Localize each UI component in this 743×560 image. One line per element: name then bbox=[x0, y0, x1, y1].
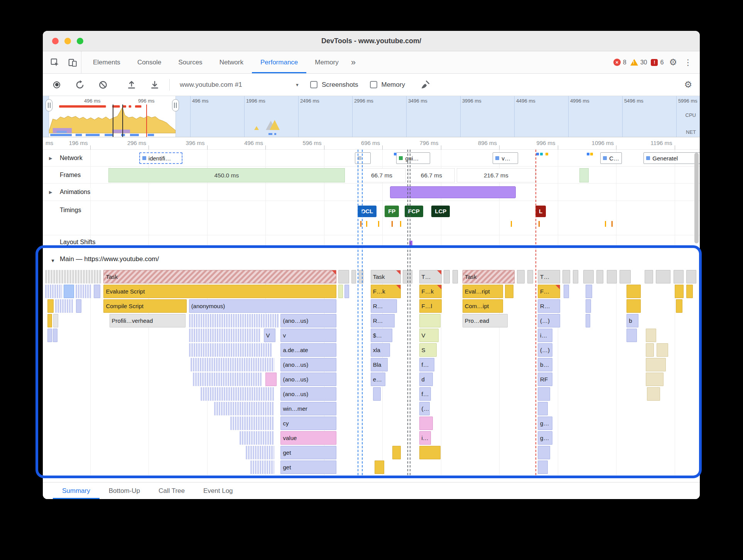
flame-bar[interactable] bbox=[351, 270, 356, 283]
frame-duration-bar[interactable]: 66.7 ms bbox=[358, 168, 405, 182]
flame-bar[interactable]: e… bbox=[371, 373, 385, 386]
flame-bar[interactable] bbox=[64, 285, 74, 298]
flame-bar[interactable] bbox=[564, 285, 569, 298]
save-profile-button[interactable] bbox=[146, 77, 163, 93]
expand-network-icon[interactable]: ▶ bbox=[49, 155, 52, 160]
expand-animations-icon[interactable]: ▶ bbox=[49, 190, 52, 195]
frame-duration-bar[interactable]: 66.7 ms bbox=[408, 168, 455, 182]
flame-bar[interactable] bbox=[586, 299, 591, 313]
screenshots-checkbox-box[interactable] bbox=[310, 81, 317, 88]
flame-bar[interactable] bbox=[47, 329, 52, 342]
frame-duration-bar[interactable]: 450.0 ms bbox=[108, 168, 345, 182]
flame-bar[interactable]: R… bbox=[371, 299, 397, 313]
issues-badge[interactable]: ! 6 bbox=[651, 59, 664, 66]
flame-bar[interactable] bbox=[453, 270, 458, 283]
network-request[interactable]: Generatel bbox=[643, 152, 700, 164]
flame-bar[interactable]: Profili…verhead bbox=[110, 314, 186, 327]
flame-bar[interactable] bbox=[392, 446, 401, 459]
flame-bar[interactable]: R… bbox=[371, 314, 395, 327]
flame-bar[interactable] bbox=[583, 270, 593, 283]
flame-bar[interactable] bbox=[646, 343, 654, 357]
flame-bar[interactable]: (ano…us) bbox=[280, 373, 336, 386]
bottom-tab-call-tree[interactable]: Call Tree bbox=[149, 482, 194, 499]
screenshots-checkbox[interactable]: Screenshots bbox=[310, 81, 358, 89]
flame-bar[interactable] bbox=[596, 270, 604, 283]
flame-bar[interactable] bbox=[646, 373, 664, 386]
flame-bar[interactable] bbox=[375, 460, 384, 474]
flame-bar[interactable]: R… bbox=[538, 299, 560, 313]
flame-bar[interactable]: get bbox=[280, 460, 336, 474]
flame-bar[interactable] bbox=[419, 417, 433, 430]
tab-elements[interactable]: Elements bbox=[84, 51, 129, 73]
tab-network[interactable]: Network bbox=[211, 51, 252, 73]
flame-bar[interactable]: Evaluate Script bbox=[103, 285, 336, 298]
network-track[interactable]: ▶ Network identifi…gui…v…C…Generatel bbox=[43, 150, 700, 167]
flame-bar[interactable] bbox=[646, 329, 656, 342]
flame-bar[interactable]: Compile Script bbox=[103, 299, 187, 313]
flame-bar[interactable] bbox=[656, 270, 670, 283]
memory-checkbox-box[interactable] bbox=[370, 81, 377, 88]
flame-bar[interactable] bbox=[230, 417, 274, 430]
flame-bar[interactable] bbox=[626, 285, 641, 298]
console-warnings-badge[interactable]: ! 30 bbox=[630, 59, 647, 66]
flame-bar[interactable] bbox=[55, 299, 73, 313]
flame-bar[interactable] bbox=[675, 285, 684, 298]
flame-bar[interactable] bbox=[626, 329, 637, 342]
flame-bar[interactable] bbox=[47, 314, 52, 327]
flame-bar[interactable] bbox=[573, 270, 578, 283]
flame-bar[interactable] bbox=[676, 299, 682, 313]
flame-bar[interactable] bbox=[373, 387, 381, 401]
network-request[interactable]: identifi… bbox=[139, 152, 182, 164]
flame-bar[interactable]: g… bbox=[538, 417, 552, 430]
clear-recording-button[interactable] bbox=[95, 77, 111, 93]
flame-bar[interactable] bbox=[338, 285, 343, 298]
flame-bar[interactable] bbox=[240, 431, 274, 445]
flame-bar[interactable] bbox=[626, 299, 641, 313]
flame-bar[interactable]: $… bbox=[371, 329, 393, 342]
flame-bar[interactable] bbox=[193, 373, 262, 386]
flame-bar[interactable] bbox=[201, 387, 274, 401]
flame-bar[interactable]: F…k bbox=[371, 285, 401, 298]
reload-and-record-button[interactable] bbox=[71, 77, 88, 93]
main-thread-header[interactable]: ▼ Main — https://www.youtube.com/ bbox=[43, 246, 700, 270]
flame-bar[interactable] bbox=[538, 460, 548, 474]
flame-bar[interactable] bbox=[189, 314, 279, 327]
tab-memory[interactable]: Memory bbox=[306, 51, 347, 73]
flame-bar[interactable]: Com…ipt bbox=[463, 299, 503, 313]
selection-handle-right[interactable] bbox=[172, 99, 179, 111]
flame-bar[interactable]: V bbox=[419, 329, 439, 342]
flame-bar[interactable] bbox=[189, 329, 260, 342]
flame-bar[interactable]: (…) bbox=[538, 343, 552, 357]
inspect-element-icon[interactable] bbox=[46, 51, 64, 73]
flame-bar[interactable]: g… bbox=[538, 431, 552, 445]
flame-bar[interactable]: (…) bbox=[538, 314, 560, 327]
collapse-main-icon[interactable]: ▼ bbox=[51, 258, 55, 263]
flame-bar[interactable]: a.de…ate bbox=[280, 343, 336, 357]
flame-bar[interactable] bbox=[419, 446, 441, 459]
flame-bar[interactable] bbox=[674, 270, 684, 283]
collect-garbage-icon[interactable] bbox=[417, 77, 434, 93]
flame-bar[interactable] bbox=[517, 270, 525, 283]
flame-bar[interactable] bbox=[646, 358, 666, 371]
minimize-window-button[interactable] bbox=[64, 38, 71, 44]
flame-bar[interactable] bbox=[76, 299, 81, 313]
flame-bar[interactable] bbox=[527, 270, 534, 283]
flame-bar[interactable]: (… bbox=[419, 402, 430, 415]
flame-bar[interactable] bbox=[76, 285, 91, 298]
flame-bar[interactable] bbox=[94, 285, 100, 298]
flame-bar[interactable] bbox=[214, 402, 275, 415]
flame-bar[interactable] bbox=[250, 460, 275, 474]
timings-track[interactable]: Timings DCLFPFCPLCPL bbox=[43, 201, 700, 235]
bottom-tab-summary[interactable]: Summary bbox=[53, 482, 100, 499]
flame-bar[interactable] bbox=[53, 314, 58, 327]
flame-bar[interactable]: i… bbox=[419, 431, 431, 445]
flame-bar[interactable]: T… bbox=[419, 270, 442, 283]
flame-bar[interactable]: (ano…us) bbox=[280, 387, 336, 401]
network-request[interactable]: C… bbox=[600, 152, 622, 164]
flame-bar[interactable]: S bbox=[419, 343, 437, 357]
flame-bar[interactable]: (ano…us) bbox=[280, 358, 336, 371]
bottom-tab-event-log[interactable]: Event Log bbox=[194, 482, 242, 499]
flame-bar[interactable] bbox=[620, 270, 631, 283]
selection-handle-left[interactable] bbox=[46, 99, 52, 111]
timeline-overview[interactable]: 496 ms996 ms496 ms1996 ms2496 ms2996 ms3… bbox=[43, 96, 700, 137]
